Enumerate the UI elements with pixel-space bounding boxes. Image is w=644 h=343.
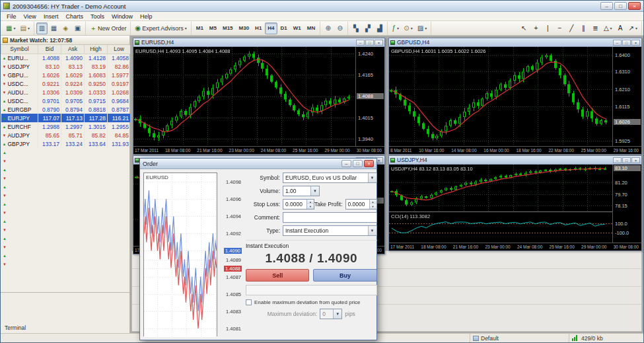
chevron-down-icon[interactable]: ▾ bbox=[411, 26, 413, 30]
price-cell[interactable]: 0.8787 bbox=[108, 105, 131, 114]
symbol-cell[interactable]: ▲EURCHF bbox=[1, 122, 38, 131]
price-chart-canvas-gbpusd[interactable] bbox=[389, 47, 612, 146]
volume-select[interactable]: 1.00 ▼ bbox=[283, 186, 320, 196]
menu-help[interactable]: Help bbox=[137, 13, 156, 20]
price-cell[interactable]: 117.07 bbox=[38, 114, 61, 122]
price-cell[interactable]: 131.93 bbox=[108, 139, 131, 148]
symbol-cell[interactable]: ▲EURJPY bbox=[1, 114, 38, 122]
price-cell[interactable]: 1.3015 bbox=[85, 122, 108, 131]
symbol-cell[interactable]: ▼USDJPY bbox=[1, 62, 38, 71]
chevron-down-icon[interactable]: ▾ bbox=[610, 26, 612, 30]
price-cell[interactable]: 85.82 bbox=[85, 131, 108, 139]
symbol-list-item[interactable]: ▲ bbox=[1, 200, 129, 208]
symbol-cell[interactable]: ▼GBPU... bbox=[1, 71, 38, 79]
timeframe-m30[interactable]: M30 bbox=[236, 22, 252, 34]
price-cell[interactable]: 82.86 bbox=[108, 62, 131, 71]
market-watch-row-audjpy[interactable]: ▼AUDJPY85.6585.7185.8284.85 bbox=[1, 131, 131, 139]
shapes-button[interactable]: △▾ bbox=[602, 22, 614, 34]
symbol-list-item[interactable]: ▲ bbox=[1, 234, 129, 243]
chart-restore-button[interactable]: □ bbox=[365, 40, 374, 46]
symbol-list-item[interactable]: ▼ bbox=[1, 208, 129, 217]
price-cell[interactable]: 1.6083 bbox=[85, 71, 108, 79]
chart-window-titlebar[interactable]: EURUSD,H4–□× bbox=[133, 38, 384, 47]
window-maximize-button[interactable]: □ bbox=[614, 2, 627, 10]
chevron-down-icon[interactable]: ▾ bbox=[425, 26, 427, 30]
auto-arrange-button[interactable]: ▟ bbox=[374, 22, 385, 34]
take-profit-input[interactable]: 0.0000 ▲▼ bbox=[345, 199, 377, 210]
price-cell[interactable]: 1.2955 bbox=[108, 122, 131, 131]
equidistant-channel-button[interactable]: ∥ bbox=[578, 22, 589, 34]
trendline-button[interactable]: ╱ bbox=[566, 22, 577, 34]
price-cell[interactable]: 1.4090 bbox=[61, 54, 85, 62]
menu-view[interactable]: View bbox=[20, 13, 40, 20]
symbol-cell[interactable]: ▼AUDU... bbox=[1, 88, 38, 96]
price-cell[interactable]: 85.71 bbox=[61, 131, 85, 139]
market-watch-row-usdc[interactable]: ▼USDC...0.92210.92240.92500.9197 bbox=[1, 79, 131, 88]
symbol-list-item[interactable]: ▲ bbox=[1, 165, 129, 174]
arrows-button[interactable]: ↗▾ bbox=[627, 22, 639, 34]
menu-tools[interactable]: Tools bbox=[87, 13, 108, 20]
dialog-maximize-button[interactable]: □ bbox=[353, 160, 363, 167]
price-cell[interactable]: 133.24 bbox=[61, 139, 85, 148]
timeframe-d1[interactable]: D1 bbox=[278, 22, 290, 34]
timeframe-h1[interactable]: H1 bbox=[252, 22, 264, 34]
symbol-list-item[interactable]: ▲ bbox=[1, 251, 129, 260]
cascade-windows-button[interactable]: ▞ bbox=[362, 22, 373, 34]
price-cell[interactable]: 0.9684 bbox=[108, 96, 131, 105]
market-watch-row-audu[interactable]: ▼AUDU...1.03061.03091.03331.0268 bbox=[1, 88, 131, 96]
price-cell[interactable]: 0.9197 bbox=[108, 79, 131, 88]
symbol-list-item[interactable]: ▲ bbox=[1, 217, 129, 225]
data-window-toggle[interactable]: ▦ bbox=[48, 22, 59, 34]
tile-windows-button[interactable]: ▚ bbox=[350, 22, 361, 34]
symbol-cell[interactable]: ▼AUDJPY bbox=[1, 131, 38, 139]
menu-file[interactable]: File bbox=[3, 13, 20, 20]
zoom-in-button[interactable]: ⊕ bbox=[322, 22, 334, 34]
timeframe-h4[interactable]: H4 bbox=[265, 22, 277, 34]
chevron-down-icon[interactable]: ▾ bbox=[397, 26, 399, 30]
chevron-down-icon[interactable]: ▾ bbox=[185, 26, 187, 30]
cursor-button[interactable]: ↖ bbox=[519, 22, 530, 34]
price-cell[interactable]: 0.8790 bbox=[38, 105, 61, 114]
dialog-close-button[interactable]: × bbox=[364, 160, 374, 167]
vertical-line-button[interactable]: | bbox=[542, 22, 554, 34]
price-cell[interactable]: 0.9224 bbox=[61, 79, 85, 88]
price-cell[interactable]: 1.0333 bbox=[85, 88, 108, 96]
chevron-down-icon[interactable]: ▼ bbox=[333, 309, 341, 319]
market-watch-row-usdjpy[interactable]: ▼USDJPY83.1083.1383.1982.86 bbox=[1, 62, 131, 71]
price-cell[interactable]: 0.9701 bbox=[38, 96, 61, 105]
symbol-select[interactable]: EURUSD, Euro vs US Dollar ▼ bbox=[283, 172, 377, 183]
price-cell[interactable]: 85.65 bbox=[38, 131, 61, 139]
symbol-list-item[interactable]: ▼ bbox=[1, 225, 129, 234]
chevron-down-icon[interactable]: ▼ bbox=[368, 173, 376, 182]
stop-loss-input[interactable]: 0.0000 ▲▼ bbox=[283, 199, 314, 210]
symbol-cell[interactable]: ▲EURGBP bbox=[1, 105, 38, 114]
price-cell[interactable]: 116.21 bbox=[108, 114, 131, 122]
market-watch-toggle[interactable]: ▥ bbox=[36, 22, 48, 34]
price-cell[interactable]: 0.8794 bbox=[61, 105, 85, 114]
price-cell[interactable]: 133.64 bbox=[85, 139, 108, 148]
chart-close-button[interactable]: × bbox=[631, 40, 640, 46]
timeframe-mn[interactable]: MN bbox=[304, 22, 318, 34]
dialog-minimize-button[interactable]: – bbox=[341, 160, 351, 167]
chevron-down-icon[interactable]: ▼ bbox=[310, 186, 319, 196]
order-dialog-titlebar[interactable]: Order – □ × bbox=[140, 159, 376, 169]
timeframe-w1[interactable]: W1 bbox=[291, 22, 304, 34]
fibonacci-button[interactable]: ≣ bbox=[590, 22, 601, 34]
horizontal-line-button[interactable]: − bbox=[554, 22, 565, 34]
price-cell[interactable]: 1.6029 bbox=[61, 71, 85, 79]
price-cell[interactable]: 1.0306 bbox=[38, 88, 61, 96]
status-profile[interactable]: Default bbox=[470, 334, 569, 342]
price-cell[interactable]: 83.10 bbox=[38, 62, 61, 71]
chevron-down-icon[interactable]: ▾ bbox=[635, 26, 637, 30]
window-close-button[interactable]: × bbox=[628, 2, 641, 10]
deviation-select[interactable]: 0 ▼ bbox=[320, 309, 342, 319]
price-cell[interactable]: 83.19 bbox=[85, 62, 108, 71]
price-cell[interactable]: 1.4058 bbox=[108, 54, 131, 62]
terminal-toggle[interactable]: ▣ bbox=[72, 22, 83, 34]
timeframe-m1[interactable]: M1 bbox=[194, 22, 206, 34]
chart-minimize-button[interactable]: – bbox=[356, 40, 365, 46]
symbol-list-item[interactable]: ▼ bbox=[1, 191, 129, 200]
price-cell[interactable]: 1.4088 bbox=[38, 54, 61, 62]
chart-restore-button[interactable]: □ bbox=[622, 40, 631, 46]
navigator-toggle[interactable]: ◈ bbox=[60, 22, 71, 34]
